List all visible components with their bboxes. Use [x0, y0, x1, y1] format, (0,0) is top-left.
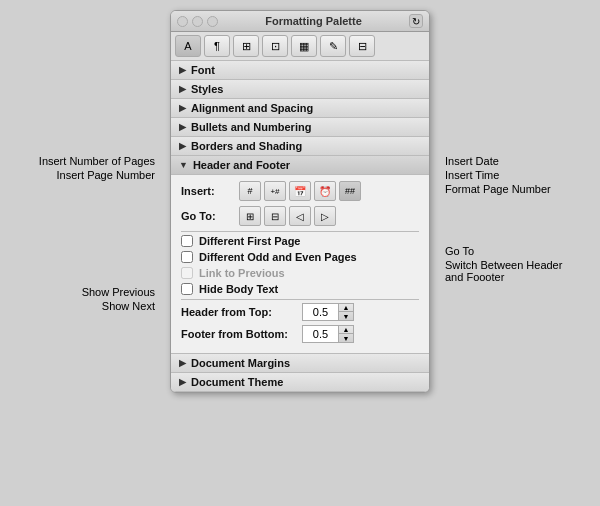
- header-from-top-arrows: ▲ ▼: [338, 303, 354, 321]
- footer-from-bottom-input[interactable]: [302, 325, 338, 343]
- toolbar-text-btn[interactable]: A: [175, 35, 201, 57]
- different-odd-even-label: Different Odd and Even Pages: [199, 251, 357, 263]
- refresh-button[interactable]: ↻: [409, 14, 423, 28]
- insert-time-btn[interactable]: ⏰: [314, 181, 336, 201]
- annotation-insert-num-pages: Insert Number of Pages: [0, 155, 155, 167]
- link-to-previous-checkbox[interactable]: [181, 267, 193, 279]
- section-bullets[interactable]: ▶ Bullets and Numbering: [171, 118, 429, 137]
- annotation-goto: Go To: [445, 245, 600, 257]
- divider-2: [181, 299, 419, 300]
- section-doc-margins[interactable]: ▶ Document Margins: [171, 354, 429, 373]
- annotation-show-prev: Show Previous: [0, 286, 155, 298]
- section-font[interactable]: ▶ Font: [171, 61, 429, 80]
- insert-label: Insert:: [181, 185, 236, 197]
- header-from-top-row: Header from Top: ▲ ▼: [181, 303, 419, 321]
- section-bullets-label: Bullets and Numbering: [191, 121, 311, 133]
- insert-date-btn[interactable]: 📅: [289, 181, 311, 201]
- footer-from-bottom-label: Footer from Bottom:: [181, 328, 296, 340]
- header-from-top-input[interactable]: [302, 303, 338, 321]
- goto-footer-btn[interactable]: ⊟: [264, 206, 286, 226]
- footer-from-bottom-down[interactable]: ▼: [339, 334, 353, 342]
- annotation-show-next: Show Next: [0, 300, 155, 312]
- section-styles-label: Styles: [191, 83, 223, 95]
- hide-body-text-label: Hide Body Text: [199, 283, 278, 295]
- header-from-top-spinner: ▲ ▼: [302, 303, 354, 321]
- alignment-arrow-icon: ▶: [179, 103, 186, 113]
- different-first-page-checkbox[interactable]: [181, 235, 193, 247]
- section-doc-margins-label: Document Margins: [191, 357, 290, 369]
- zoom-button[interactable]: [207, 16, 218, 27]
- page-wrapper: Insert Number of Pages Insert Page Numbe…: [0, 10, 600, 393]
- minimize-button[interactable]: [192, 16, 203, 27]
- close-button[interactable]: [177, 16, 188, 27]
- window-controls: [177, 16, 218, 27]
- header-footer-arrow-icon: ▼: [179, 160, 188, 170]
- section-header-footer-label: Header and Footer: [193, 159, 290, 171]
- header-footer-content: Insert: # +# 📅 ⏰ ## Go To:: [171, 175, 429, 354]
- section-font-label: Font: [191, 64, 215, 76]
- checkbox-row-link-prev: Link to Previous: [181, 267, 419, 279]
- format-page-number-btn[interactable]: ##: [339, 181, 361, 201]
- hide-body-text-checkbox[interactable]: [181, 283, 193, 295]
- checkbox-row-hide-body: Hide Body Text: [181, 283, 419, 295]
- show-next-btn[interactable]: ▷: [314, 206, 336, 226]
- toolbar-table-btn[interactable]: ⊞: [233, 35, 259, 57]
- section-doc-theme-label: Document Theme: [191, 376, 283, 388]
- show-previous-btn[interactable]: ◁: [289, 206, 311, 226]
- section-borders-label: Borders and Shading: [191, 140, 302, 152]
- goto-row: Go To: ⊞ ⊟ ◁ ▷: [181, 206, 419, 226]
- section-doc-theme[interactable]: ▶ Document Theme: [171, 373, 429, 392]
- styles-arrow-icon: ▶: [179, 84, 186, 94]
- formatting-palette: Formatting Palette ↻ A ¶ ⊞ ⊡ ▦ ✎ ⊟ ▶ Fon…: [170, 10, 430, 393]
- checkbox-row-odd-even: Different Odd and Even Pages: [181, 251, 419, 263]
- section-header-footer[interactable]: ▼ Header and Footer: [171, 156, 429, 175]
- insert-page-number-btn[interactable]: #: [239, 181, 261, 201]
- insert-num-pages-btn[interactable]: +#: [264, 181, 286, 201]
- section-styles[interactable]: ▶ Styles: [171, 80, 429, 99]
- annotation-format-page-num: Format Page Number: [445, 183, 600, 195]
- toolbar-drawing-btn[interactable]: ✎: [320, 35, 346, 57]
- doc-margins-arrow-icon: ▶: [179, 358, 186, 368]
- font-arrow-icon: ▶: [179, 65, 186, 75]
- annotation-and-footer: and Foooter: [445, 271, 600, 283]
- different-first-page-label: Different First Page: [199, 235, 300, 247]
- toolbar-image-btn[interactable]: ⊡: [262, 35, 288, 57]
- annotation-insert-date: Insert Date: [445, 155, 600, 167]
- doc-theme-arrow-icon: ▶: [179, 377, 186, 387]
- annotation-insert-time: Insert Time: [445, 169, 600, 181]
- header-from-top-up[interactable]: ▲: [339, 304, 353, 312]
- footer-from-bottom-up[interactable]: ▲: [339, 326, 353, 334]
- borders-arrow-icon: ▶: [179, 141, 186, 151]
- goto-header-btn[interactable]: ⊞: [239, 206, 261, 226]
- goto-label: Go To:: [181, 210, 236, 222]
- palette-title: Formatting Palette: [218, 15, 409, 27]
- insert-row: Insert: # +# 📅 ⏰ ##: [181, 181, 419, 201]
- section-borders[interactable]: ▶ Borders and Shading: [171, 137, 429, 156]
- footer-from-bottom-row: Footer from Bottom: ▲ ▼: [181, 325, 419, 343]
- section-alignment-label: Alignment and Spacing: [191, 102, 313, 114]
- header-from-top-down[interactable]: ▼: [339, 312, 353, 320]
- toolbar-chart-btn[interactable]: ▦: [291, 35, 317, 57]
- bullets-arrow-icon: ▶: [179, 122, 186, 132]
- checkbox-row-first-page: Different First Page: [181, 235, 419, 247]
- title-bar: Formatting Palette ↻: [171, 11, 429, 32]
- toolbar: A ¶ ⊞ ⊡ ▦ ✎ ⊟: [171, 32, 429, 61]
- footer-from-bottom-arrows: ▲ ▼: [338, 325, 354, 343]
- annotation-insert-page-num: Insert Page Number: [0, 169, 155, 181]
- annotation-switch-between: Switch Between Header: [445, 259, 600, 271]
- divider-1: [181, 231, 419, 232]
- toolbar-paragraph-btn[interactable]: ¶: [204, 35, 230, 57]
- link-to-previous-label: Link to Previous: [199, 267, 285, 279]
- section-alignment[interactable]: ▶ Alignment and Spacing: [171, 99, 429, 118]
- different-odd-even-checkbox[interactable]: [181, 251, 193, 263]
- footer-from-bottom-spinner: ▲ ▼: [302, 325, 354, 343]
- header-from-top-label: Header from Top:: [181, 306, 296, 318]
- toolbar-shadow-btn[interactable]: ⊟: [349, 35, 375, 57]
